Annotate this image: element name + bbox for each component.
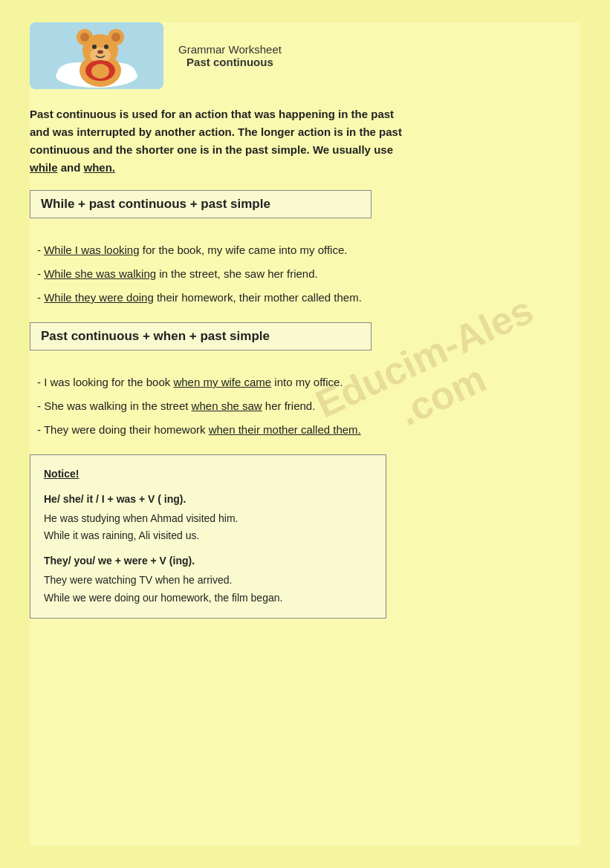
section2-title: Past continuous + when + past simple [41,329,270,343]
notice-example1a: He was studying when Ahmad visited him. [44,510,372,528]
section1-examples: - While I was looking for the book, my w… [37,239,580,309]
section1-title: While + past continuous + past simple [41,197,270,211]
page: Grammar Worksheet Past continuous Past c… [30,22,580,846]
section2-ex3-underline: when their mother called them. [209,423,361,436]
intro-line2: and was interrupted by another action. T… [30,125,402,138]
section1-ex2-underline: While she was walking [44,267,156,280]
intro-line1: Past continuous is used for an action th… [30,108,394,120]
header-title: Grammar Worksheet [178,43,282,56]
header-subtitle: Past continuous [186,56,273,68]
intro-when: when. [84,161,116,174]
notice-rule1: He/ she/ it / I + was + V ( ing). [44,491,372,509]
section2-example3: - They were doing their homework when th… [37,419,580,441]
header-image [30,22,163,89]
section1-example1: - While I was looking for the book, my w… [37,239,580,261]
svg-point-11 [92,45,97,49]
section2-box: Past continuous + when + past simple [30,322,371,350]
section2-ex1-underline: when my wife came [173,376,271,388]
notice-rule2: They/ you/ we + were + V (ing). [44,552,372,570]
section2-example2: - She was walking in the street when she… [37,395,580,417]
section1-example2: - While she was walking in the street, s… [37,263,580,285]
header-text: Grammar Worksheet Past continuous [178,43,282,68]
svg-point-9 [111,33,120,42]
section2-example1: - I was looking for the book when my wif… [37,371,580,394]
header: Grammar Worksheet Past continuous [30,22,580,89]
notice-title: Notice! [44,466,372,483]
section2-examples: - I was looking for the book when my wif… [37,371,580,441]
notice-example2a: They were watching TV when he arrived. [44,572,372,590]
section1-example3: - While they were doing their homework, … [37,287,580,309]
svg-point-15 [91,64,109,79]
intro-and: and [58,161,84,174]
svg-point-12 [104,45,108,49]
section2-ex2-underline: when she saw [192,399,262,412]
section1-ex3-underline: While they were doing [44,291,154,304]
svg-point-13 [97,50,103,54]
notice-example1b: While it was raining, Ali visited us. [44,527,372,545]
section1-box: While + past continuous + past simple [30,190,371,218]
svg-point-7 [80,33,89,42]
intro-line3: continuous and the shorter one is in the… [30,143,393,156]
section1-ex1-underline: While I was looking [44,244,139,256]
intro-paragraph: Past continuous is used for an action th… [30,105,580,177]
notice-example2b: While we were doing our homework, the fi… [44,590,372,607]
intro-while: while [30,161,58,174]
notice-box: Notice! He/ she/ it / I + was + V ( ing)… [30,454,386,619]
